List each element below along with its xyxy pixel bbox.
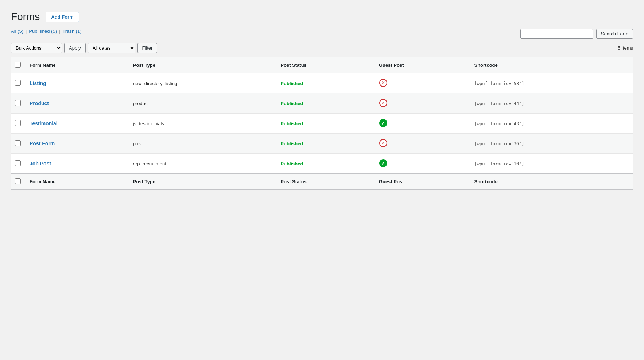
row-post-type-cell: post: [128, 134, 276, 154]
row-shortcode-cell: [wpuf_form id="58"]: [469, 73, 633, 93]
row-guest-post-cell: [374, 73, 469, 93]
add-form-button[interactable]: Add Form: [46, 12, 79, 22]
form-name-link[interactable]: Post Form: [30, 141, 55, 146]
shortcode-value: [wpuf_form id="44"]: [474, 101, 524, 106]
table-row: Testimonialjs_testimonialsPublished[wpuf…: [11, 114, 633, 134]
row-form-name-cell: Post Form: [24, 134, 128, 154]
row-shortcode-cell: [wpuf_form id="10"]: [469, 154, 633, 174]
row-guest-post-cell: [374, 134, 469, 154]
search-form-button[interactable]: Search Form: [596, 29, 633, 39]
table-row: Listingnew_directory_listingPublished[wp…: [11, 73, 633, 93]
items-count: 5 items: [618, 45, 633, 51]
row-form-name-cell: Testimonial: [24, 114, 128, 134]
bulk-actions-select[interactable]: Bulk Actions Delete: [11, 43, 62, 53]
row-checkbox-cell: [11, 154, 25, 174]
row-post-type-cell: product: [128, 93, 276, 114]
bulk-actions-bar: Bulk Actions Delete Apply All dates Filt…: [11, 43, 633, 53]
guest-post-no-icon: [379, 139, 387, 147]
guest-post-no-icon: [379, 99, 387, 107]
header-checkbox-col: [11, 57, 25, 73]
post-status-badge: Published: [280, 141, 303, 146]
filter-all-link[interactable]: All (5): [11, 28, 23, 34]
table-footer-row: Form Name Post Type Post Status Guest Po…: [11, 174, 633, 190]
guest-post-no-icon: [379, 79, 387, 87]
row-post-status-cell: Published: [275, 73, 374, 93]
row-form-name-cell: Job Post: [24, 154, 128, 174]
row-shortcode-cell: [wpuf_form id="36"]: [469, 134, 633, 154]
row-post-type-cell: erp_recruitment: [128, 154, 276, 174]
page-header: Forms Add Form: [11, 11, 633, 23]
row-form-name-cell: Product: [24, 93, 128, 114]
row-shortcode-cell: [wpuf_form id="43"]: [469, 114, 633, 134]
row-guest-post-cell: [374, 114, 469, 134]
shortcode-value: [wpuf_form id="43"]: [474, 121, 524, 126]
shortcode-value: [wpuf_form id="36"]: [474, 141, 524, 146]
row-post-type-cell: new_directory_listing: [128, 73, 276, 93]
row-checkbox-cell: [11, 114, 25, 134]
dates-select[interactable]: All dates: [88, 43, 135, 53]
guest-post-yes-icon: [379, 159, 387, 167]
row-post-status-cell: Published: [275, 154, 374, 174]
post-status-badge: Published: [280, 81, 303, 86]
row-checkbox[interactable]: [15, 80, 21, 86]
row-shortcode-cell: [wpuf_form id="44"]: [469, 93, 633, 114]
header-post-status: Post Status: [275, 57, 374, 73]
table-row: Job Posterp_recruitmentPublished[wpuf_fo…: [11, 154, 633, 174]
select-all-checkbox[interactable]: [15, 62, 21, 68]
post-status-badge: Published: [280, 161, 303, 166]
table-row: ProductproductPublished[wpuf_form id="44…: [11, 93, 633, 114]
row-checkbox[interactable]: [15, 120, 21, 126]
footer-post-type: Post Type: [128, 174, 276, 190]
row-post-status-cell: Published: [275, 114, 374, 134]
form-name-link[interactable]: Testimonial: [30, 120, 58, 126]
forms-table: Form Name Post Type Post Status Guest Po…: [11, 57, 633, 190]
form-name-link[interactable]: Job Post: [30, 161, 51, 166]
apply-button[interactable]: Apply: [64, 43, 86, 53]
row-guest-post-cell: [374, 93, 469, 114]
filter-button[interactable]: Filter: [137, 43, 158, 53]
filter-trash-link[interactable]: Trash (1): [62, 28, 81, 34]
row-guest-post-cell: [374, 154, 469, 174]
post-status-badge: Published: [280, 121, 303, 126]
row-form-name-cell: Listing: [24, 73, 128, 93]
row-post-status-cell: Published: [275, 134, 374, 154]
row-post-type-cell: js_testimonials: [128, 114, 276, 134]
header-post-type: Post Type: [128, 57, 276, 73]
footer-shortcode: Shortcode: [469, 174, 633, 190]
footer-post-status: Post Status: [275, 174, 374, 190]
top-bar: All (5) | Published (5) | Trash (1) Sear…: [11, 28, 633, 39]
table-row: Post FormpostPublished[wpuf_form id="36"…: [11, 134, 633, 154]
search-input[interactable]: [520, 29, 593, 39]
footer-guest-post: Guest Post: [374, 174, 469, 190]
row-checkbox-cell: [11, 73, 25, 93]
header-guest-post: Guest Post: [374, 57, 469, 73]
shortcode-value: [wpuf_form id="10"]: [474, 161, 524, 166]
select-all-footer-checkbox[interactable]: [15, 178, 21, 184]
row-post-status-cell: Published: [275, 93, 374, 114]
page-title: Forms: [11, 11, 40, 23]
guest-post-yes-icon: [379, 119, 387, 127]
footer-checkbox-col: [11, 174, 25, 190]
search-area: Search Form: [520, 29, 633, 39]
filter-links: All (5) | Published (5) | Trash (1): [11, 28, 82, 34]
header-shortcode: Shortcode: [469, 57, 633, 73]
shortcode-value: [wpuf_form id="58"]: [474, 81, 524, 86]
table-header-row: Form Name Post Type Post Status Guest Po…: [11, 57, 633, 73]
header-form-name: Form Name: [24, 57, 128, 73]
row-checkbox-cell: [11, 134, 25, 154]
filter-published-link[interactable]: Published (5): [29, 28, 57, 34]
row-checkbox[interactable]: [15, 140, 21, 146]
sep-2: |: [59, 28, 60, 34]
footer-form-name: Form Name: [24, 174, 128, 190]
row-checkbox-cell: [11, 93, 25, 114]
form-name-link[interactable]: Listing: [30, 80, 46, 86]
row-checkbox[interactable]: [15, 160, 21, 166]
form-name-link[interactable]: Product: [30, 100, 49, 106]
post-status-badge: Published: [280, 101, 303, 106]
row-checkbox[interactable]: [15, 100, 21, 106]
sep-1: |: [26, 28, 27, 34]
